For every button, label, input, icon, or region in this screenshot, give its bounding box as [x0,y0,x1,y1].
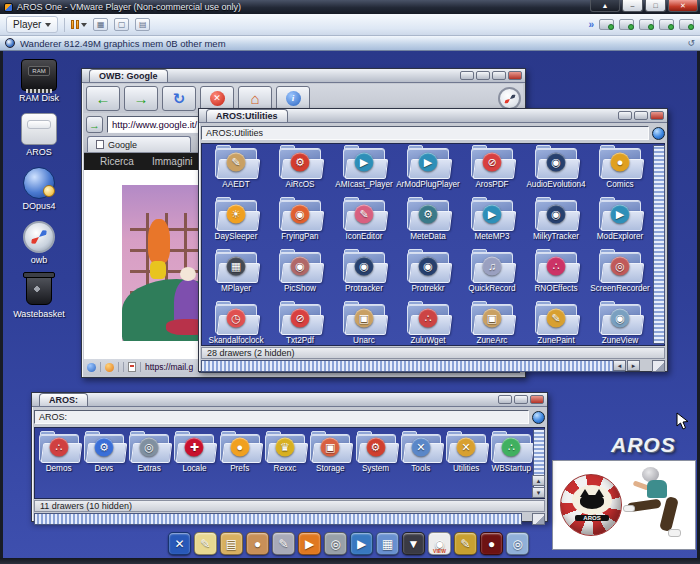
back-button[interactable]: ← [86,86,120,111]
device-hdd-icon[interactable] [599,19,614,30]
drawer-icon[interactable]: ◉ MilkyTracker [524,200,588,241]
dock-item-icon[interactable]: ◎ [324,532,347,555]
dock-item-icon[interactable]: ◎ [506,532,529,555]
drawer-icon[interactable]: ♛ Rexxc [262,434,307,473]
drawer-icon[interactable]: ▶ ModExplorer [588,200,652,241]
zoom-gadget[interactable] [476,71,490,80]
iconify-gadget[interactable] [492,71,506,80]
dock-item-icon[interactable]: ✎ [454,532,477,555]
drawer-icon[interactable]: ⚙ Devs [81,434,126,473]
console-view-icon[interactable]: ▤ [135,18,150,31]
drawer-icon[interactable]: ∴ Demos [36,434,81,473]
drawer-icon[interactable]: ▣ ZuneArc [460,304,524,345]
drawer-icon[interactable]: ▣ Storage [308,434,353,473]
drawer-icon[interactable]: ✎ AAEDT [204,148,268,189]
drawer-icon[interactable]: ⊘ Txt2Pdf [268,304,332,345]
browser-tab-google[interactable]: Google [87,136,191,152]
drawer-icon[interactable]: ▦ MPlayer [204,252,268,293]
drawer-icon[interactable]: ● Prefs [217,434,262,473]
drawer-icon[interactable]: ◉ Protrekkr [396,252,460,293]
drawer-icon[interactable]: ◉ AudioEvolution4 [524,148,588,189]
drawer-icon[interactable]: ⊘ ArosPDF [460,148,524,189]
drawer-icon[interactable]: ∴ ZuluWget [396,304,460,345]
device-sound-icon[interactable] [679,19,694,30]
fullscreen-icon[interactable]: ▢ [114,18,129,31]
drawer-icon[interactable]: ◉ PicShow [268,252,332,293]
player-menu-button[interactable]: Player [6,16,58,33]
owb-titlebar[interactable]: OWB: Google [82,69,525,83]
device-display-icon[interactable] [659,19,674,30]
screen-depth-gadget-icon[interactable]: ↺ [687,38,695,48]
parent-dir-button[interactable] [532,411,545,424]
desktop-icon-owb[interactable]: owb [7,221,71,265]
google-nav-item[interactable]: Immagini [144,155,201,169]
dock-item-icon[interactable]: ▦ [376,532,399,555]
restore-up-button[interactable]: ▲ [590,0,620,12]
path-field[interactable]: AROS: [34,410,529,424]
drawer-icon[interactable]: ⚙ AiRcOS [268,148,332,189]
depth-gadget[interactable] [498,395,512,404]
drawer-icon[interactable]: ✕ Tools [398,434,443,473]
scroll-up-button[interactable]: ▴ [532,475,545,486]
reload-button[interactable]: ↻ [162,86,196,111]
dock-item-icon[interactable]: ▼ [402,532,425,555]
parent-dir-button[interactable] [652,127,665,140]
drawer-icon[interactable]: ▣ Unarc [332,304,396,345]
scroll-left-button[interactable]: ◂ [613,360,626,371]
dock-item-icon[interactable]: ✎ [194,532,217,555]
dock-item-icon[interactable]: ▶ [350,532,373,555]
utilities-vertical-scrollbar[interactable] [653,145,665,344]
drawer-icon[interactable]: ∴ WBStartup [489,434,534,473]
utilities-horizontal-scrollbar[interactable] [201,360,625,372]
desktop-icon-ram-disk[interactable]: RAM RAM Disk [7,59,71,103]
drawer-icon[interactable]: ✚ Locale [172,434,217,473]
utilities-titlebar[interactable]: AROS:Utilities [199,109,667,123]
drawer-icon[interactable]: ▶ AMIcast_Player [332,148,396,189]
maximize-button[interactable]: □ [645,0,666,12]
desktop-icon-aros[interactable]: AROS [7,113,71,157]
drawer-icon[interactable]: ◉ FryingPan [268,200,332,241]
dock-item-icon[interactable]: ◉ VIEW [428,532,451,555]
drawer-icon[interactable]: ◷ Skandalfoclock [204,304,268,345]
google-nav-item[interactable]: Ricerca [92,155,142,169]
drawer-icon[interactable]: ▶ MeteMP3 [460,200,524,241]
close-gadget[interactable] [530,395,544,404]
dock-item-icon[interactable]: ● [480,532,503,555]
send-ctrl-alt-del-icon[interactable]: ▦ [93,18,108,31]
depth-gadget[interactable] [618,111,632,120]
depth-gadget[interactable] [460,71,474,80]
dock-item-icon[interactable]: ● [246,532,269,555]
device-network-icon[interactable] [619,19,634,30]
dock-item-icon[interactable]: ✎ [272,532,295,555]
resize-grip[interactable] [532,513,545,525]
minimize-button[interactable]: – [622,0,643,12]
drawer-icon[interactable]: ♫ QuickRecord [460,252,524,293]
desktop-icon-dopus4[interactable]: DOpus4 [7,167,71,211]
wanderer-screen-titlebar[interactable]: Wanderer 812.49M graphics mem 0B other m… [0,36,700,51]
drawer-icon[interactable]: ⚙ System [353,434,398,473]
suspend-vm-button[interactable] [71,20,87,29]
close-gadget[interactable] [650,111,664,120]
drawer-icon[interactable]: ✕ Utilities [443,434,488,473]
scroll-down-button[interactable]: ▾ [532,487,545,498]
go-button[interactable]: → [86,116,103,133]
resize-grip[interactable] [652,360,665,372]
zoom-gadget[interactable] [514,395,528,404]
drawer-icon[interactable]: ⚙ MeteData [396,200,460,241]
drawer-icon[interactable]: ✎ IconEditor [332,200,396,241]
drawer-icon[interactable]: ● Comics [588,148,652,189]
close-gadget[interactable] [508,71,522,80]
drawer-icon[interactable]: ☀ DaySleeper [204,200,268,241]
zoom-gadget[interactable] [634,111,648,120]
scroll-right-button[interactable]: ▸ [627,360,640,371]
device-floppy-icon[interactable] [639,19,654,30]
aros-titlebar[interactable]: AROS: [32,393,547,407]
aros-horizontal-scrollbar[interactable] [34,513,522,525]
drawer-icon[interactable]: ◉ Protracker [332,252,396,293]
forward-button[interactable]: → [124,86,158,111]
drawer-icon[interactable]: ∴ RNOEffects [524,252,588,293]
dock-item-icon[interactable]: ▤ [220,532,243,555]
more-devices-chevron-icon[interactable]: » [588,19,594,30]
drawer-icon[interactable]: ◎ Extras [127,434,172,473]
path-field[interactable]: AROS:Utilities [201,126,649,140]
